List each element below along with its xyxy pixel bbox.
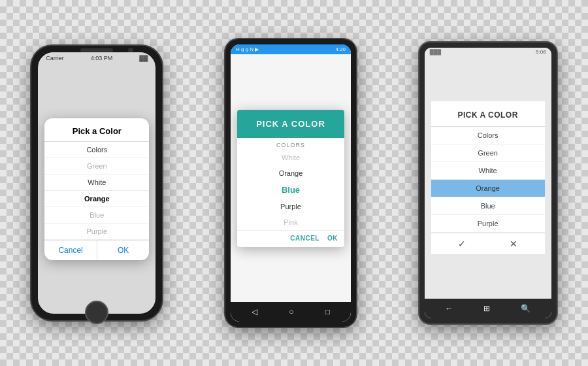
list-item[interactable]: Orange — [237, 165, 344, 181]
list-item[interactable]: Purple — [44, 224, 149, 240]
recent-icon[interactable]: □ — [325, 307, 330, 316]
android-dialog-header: PICK A COLOR — [237, 110, 344, 138]
windows-start-icon[interactable]: ⊞ — [483, 304, 490, 313]
ios-dialog: Pick a Color Colors Green White Orange B… — [44, 118, 149, 260]
ios-dialog-title: Pick a Color — [44, 118, 149, 142]
android-dialog-buttons: CANCEL OK — [237, 230, 344, 247]
ios-ok-button[interactable]: OK — [97, 241, 150, 260]
windows-phone: ▓▓▓ 5:06 PICK A COLOR Colors Green White… — [419, 42, 557, 324]
ios-battery: ▓▓ — [139, 55, 148, 61]
list-item[interactable]: White — [44, 175, 149, 191]
ios-dialog-buttons: Cancel OK — [44, 240, 149, 260]
list-item[interactable]: Purple — [237, 199, 344, 214]
android-ok-button[interactable]: OK — [327, 235, 338, 242]
list-item[interactable]: Orange — [431, 180, 545, 197]
windows-carrier: ▓▓▓ — [430, 49, 442, 55]
android-notification-icons: H g g N ▶ — [236, 46, 259, 52]
list-item[interactable]: White — [431, 162, 545, 180]
windows-cancel-button[interactable]: ✕ — [510, 239, 517, 249]
windows-list-header: Colors — [431, 127, 545, 144]
android-dialog: PICK A COLOR COLORS White Orange Blue Pu… — [237, 110, 344, 247]
search-icon[interactable]: 🔍 — [521, 304, 531, 313]
ios-cancel-button[interactable]: Cancel — [44, 241, 97, 260]
ios-status-bar: Carrier 4:03 PM ▓▓ — [38, 52, 155, 64]
list-item[interactable]: Blue — [237, 181, 344, 199]
back-icon[interactable]: ← — [445, 304, 453, 313]
windows-status-bar: ▓▓▓ 5:06 — [425, 48, 551, 56]
windows-confirm-button[interactable]: ✓ — [458, 239, 466, 249]
back-icon[interactable]: ◁ — [252, 307, 257, 316]
android-time: 4:20 — [335, 46, 346, 52]
list-item[interactable]: White — [237, 150, 344, 165]
iphone-home-button[interactable] — [85, 301, 108, 324]
list-item[interactable]: Blue — [44, 207, 149, 224]
ios-carrier: Carrier — [46, 55, 64, 61]
android-phone: H g g N ▶ 4:20 PICK A COLOR COLORS White… — [225, 39, 356, 327]
android-content: PICK A COLOR COLORS White Orange Blue Pu… — [231, 54, 351, 302]
windows-battery: 5:06 — [536, 49, 546, 55]
windows-screen: ▓▓▓ 5:06 PICK A COLOR Colors Green White… — [425, 48, 551, 318]
android-screen: H g g N ▶ 4:20 PICK A COLOR COLORS White… — [231, 44, 351, 322]
list-item[interactable]: Green — [44, 158, 149, 175]
windows-content: PICK A COLOR Colors Green White Orange B… — [425, 56, 551, 299]
android-status-bar: H g g N ▶ 4:20 — [231, 44, 351, 54]
windows-dialog-buttons: ✓ ✕ — [431, 233, 545, 254]
list-item[interactable]: Orange — [44, 191, 149, 207]
ios-phone: Carrier 4:03 PM ▓▓ Pick a Color Colors G… — [31, 46, 162, 320]
android-nav-bar: ◁ ○ □ — [231, 302, 351, 322]
android-section-label: COLORS — [237, 138, 344, 150]
android-cancel-button[interactable]: CANCEL — [290, 235, 319, 242]
list-item[interactable]: Purple — [431, 215, 545, 233]
iphone-screen: Carrier 4:03 PM ▓▓ Pick a Color Colors G… — [38, 52, 155, 314]
windows-nav-bar: ← ⊞ 🔍 — [425, 299, 551, 318]
ios-list-header: Colors — [44, 142, 149, 158]
list-item[interactable]: Blue — [431, 197, 545, 215]
android-dialog-header-text: PICK A COLOR — [245, 119, 336, 129]
windows-dialog: PICK A COLOR Colors Green White Orange B… — [431, 101, 545, 254]
list-item[interactable]: Pink — [237, 214, 344, 230]
home-icon[interactable]: ○ — [289, 307, 293, 316]
android-status-icons: H g g N ▶ — [236, 46, 259, 52]
list-item[interactable]: Green — [431, 144, 545, 162]
windows-dialog-title: PICK A COLOR — [431, 101, 545, 127]
ios-time: 4:03 PM — [91, 55, 113, 61]
ios-content: Pick a Color Colors Green White Orange B… — [38, 64, 155, 314]
